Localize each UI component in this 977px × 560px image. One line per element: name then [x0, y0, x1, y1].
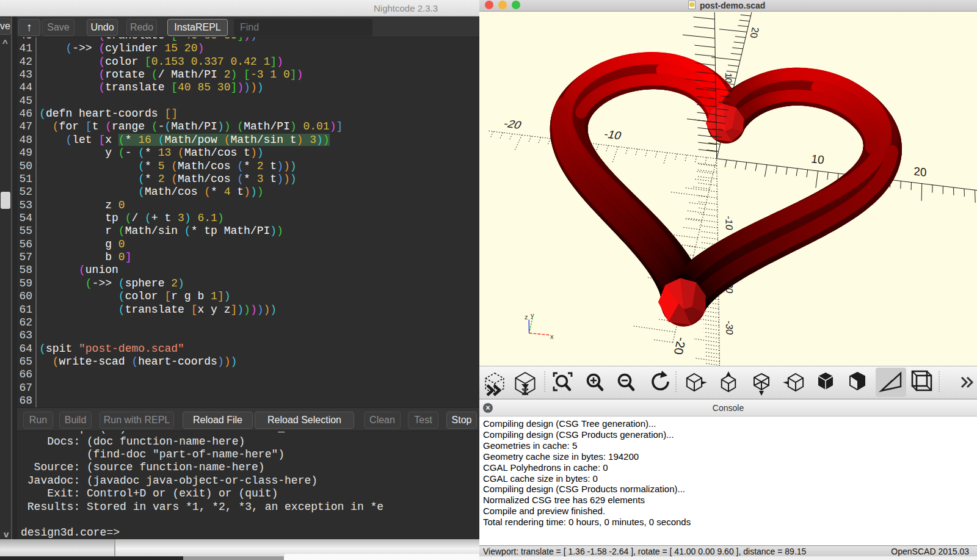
svg-text:-20: -20	[671, 336, 688, 355]
svg-text:-10: -10	[602, 128, 623, 142]
svg-text:10: 10	[810, 152, 825, 166]
svg-text:y: y	[531, 311, 534, 319]
svg-text:20: 20	[748, 27, 761, 38]
svg-text:-20: -20	[502, 117, 524, 131]
svg-text:x: x	[550, 333, 554, 340]
svg-text:10: 10	[724, 72, 734, 84]
svg-text:20: 20	[913, 164, 927, 179]
svg-text:-10: -10	[724, 216, 735, 231]
svg-text:z: z	[525, 313, 528, 321]
svg-text:-30: -30	[724, 320, 735, 336]
